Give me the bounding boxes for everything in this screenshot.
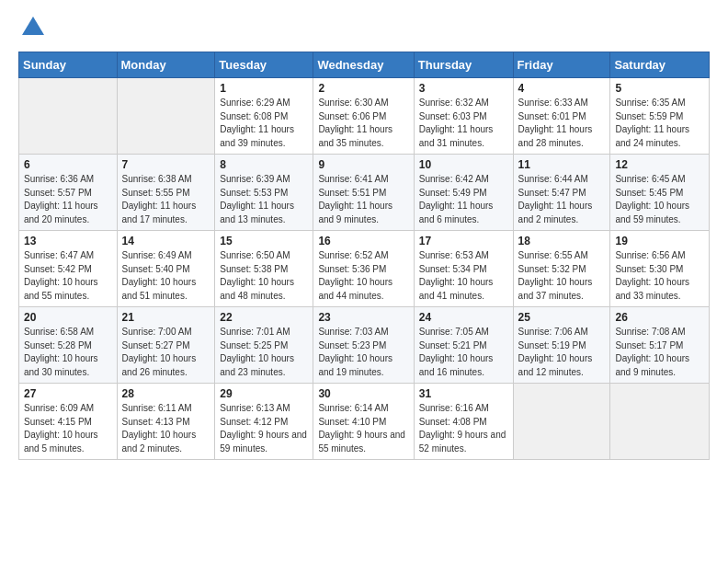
cell-info: Sunrise: 6:53 AMSunset: 5:34 PMDaylight:… <box>419 249 508 303</box>
day-number: 5 <box>615 82 704 95</box>
day-number: 24 <box>419 311 508 324</box>
cell-info: Sunrise: 7:00 AMSunset: 5:27 PMDaylight:… <box>122 326 210 379</box>
day-number: 27 <box>24 387 112 400</box>
calendar-cell: 31Sunrise: 6:16 AMSunset: 4:08 PMDayligh… <box>414 384 513 460</box>
calendar-cell: 27Sunrise: 6:09 AMSunset: 4:15 PMDayligh… <box>19 384 118 460</box>
day-number: 31 <box>419 387 508 400</box>
cell-info: Sunrise: 6:49 AMSunset: 5:40 PMDaylight:… <box>122 249 210 303</box>
day-number: 6 <box>24 158 112 171</box>
cell-info: Sunrise: 6:35 AMSunset: 5:59 PMDaylight:… <box>615 97 704 150</box>
calendar-header-row: SundayMondayTuesdayWednesdayThursdayFrid… <box>19 52 710 78</box>
day-number: 23 <box>318 311 408 324</box>
calendar-cell: 3Sunrise: 6:32 AMSunset: 6:03 PMDaylight… <box>414 78 513 155</box>
weekday-header-monday: Monday <box>117 52 215 78</box>
cell-info: Sunrise: 6:09 AMSunset: 4:15 PMDaylight:… <box>24 402 112 455</box>
calendar-table: SundayMondayTuesdayWednesdayThursdayFrid… <box>18 52 710 460</box>
calendar-week-row: 20Sunrise: 6:58 AMSunset: 5:28 PMDayligh… <box>19 307 710 384</box>
cell-info: Sunrise: 6:52 AMSunset: 5:36 PMDaylight:… <box>318 249 408 303</box>
cell-info: Sunrise: 6:14 AMSunset: 4:10 PMDaylight:… <box>318 402 408 455</box>
svg-marker-0 <box>22 17 44 35</box>
calendar-cell <box>117 78 215 155</box>
day-number: 22 <box>220 311 308 324</box>
calendar-cell: 6Sunrise: 6:36 AMSunset: 5:57 PMDaylight… <box>19 155 118 231</box>
calendar-cell: 2Sunrise: 6:30 AMSunset: 6:06 PMDaylight… <box>313 78 414 155</box>
calendar-cell: 11Sunrise: 6:44 AMSunset: 5:47 PMDayligh… <box>513 155 610 231</box>
cell-info: Sunrise: 6:45 AMSunset: 5:45 PMDaylight:… <box>615 173 704 226</box>
calendar-cell: 9Sunrise: 6:41 AMSunset: 5:51 PMDaylight… <box>313 155 414 231</box>
day-number: 16 <box>318 235 408 247</box>
cell-info: Sunrise: 7:03 AMSunset: 5:23 PMDaylight:… <box>318 326 408 379</box>
header <box>18 15 710 40</box>
cell-info: Sunrise: 6:32 AMSunset: 6:03 PMDaylight:… <box>419 97 508 150</box>
cell-info: Sunrise: 6:16 AMSunset: 4:08 PMDaylight:… <box>419 402 508 455</box>
day-number: 26 <box>615 311 704 324</box>
day-number: 10 <box>419 158 508 171</box>
calendar-cell <box>513 384 610 460</box>
calendar-cell: 28Sunrise: 6:11 AMSunset: 4:13 PMDayligh… <box>117 384 215 460</box>
calendar-cell <box>610 384 710 460</box>
weekday-header-friday: Friday <box>513 52 610 78</box>
day-number: 2 <box>318 82 408 95</box>
day-number: 19 <box>615 235 704 247</box>
calendar-cell: 7Sunrise: 6:38 AMSunset: 5:55 PMDaylight… <box>117 155 215 231</box>
calendar-cell: 19Sunrise: 6:56 AMSunset: 5:30 PMDayligh… <box>610 231 710 307</box>
calendar-week-row: 1Sunrise: 6:29 AMSunset: 6:08 PMDaylight… <box>19 78 710 155</box>
logo-icon <box>20 15 46 40</box>
calendar-cell: 8Sunrise: 6:39 AMSunset: 5:53 PMDaylight… <box>215 155 313 231</box>
weekday-header-thursday: Thursday <box>414 52 513 78</box>
calendar-cell: 22Sunrise: 7:01 AMSunset: 5:25 PMDayligh… <box>215 307 313 384</box>
cell-info: Sunrise: 6:33 AMSunset: 6:01 PMDaylight:… <box>518 97 606 150</box>
weekday-header-wednesday: Wednesday <box>313 52 414 78</box>
cell-info: Sunrise: 6:42 AMSunset: 5:49 PMDaylight:… <box>419 173 508 226</box>
calendar-cell: 17Sunrise: 6:53 AMSunset: 5:34 PMDayligh… <box>414 231 513 307</box>
day-number: 1 <box>220 82 308 95</box>
day-number: 20 <box>24 311 112 324</box>
day-number: 12 <box>615 158 704 171</box>
day-number: 17 <box>419 235 508 247</box>
cell-info: Sunrise: 6:39 AMSunset: 5:53 PMDaylight:… <box>220 173 308 226</box>
calendar-cell: 24Sunrise: 7:05 AMSunset: 5:21 PMDayligh… <box>414 307 513 384</box>
calendar-cell: 15Sunrise: 6:50 AMSunset: 5:38 PMDayligh… <box>215 231 313 307</box>
cell-info: Sunrise: 6:58 AMSunset: 5:28 PMDaylight:… <box>24 326 112 379</box>
cell-info: Sunrise: 6:38 AMSunset: 5:55 PMDaylight:… <box>122 173 210 226</box>
day-number: 25 <box>518 311 606 324</box>
calendar-cell: 23Sunrise: 7:03 AMSunset: 5:23 PMDayligh… <box>313 307 414 384</box>
calendar-week-row: 27Sunrise: 6:09 AMSunset: 4:15 PMDayligh… <box>19 384 710 460</box>
day-number: 11 <box>518 158 606 171</box>
weekday-header-tuesday: Tuesday <box>215 52 313 78</box>
day-number: 21 <box>122 311 210 324</box>
calendar-cell: 16Sunrise: 6:52 AMSunset: 5:36 PMDayligh… <box>313 231 414 307</box>
weekday-header-sunday: Sunday <box>19 52 118 78</box>
cell-info: Sunrise: 6:56 AMSunset: 5:30 PMDaylight:… <box>615 249 704 303</box>
cell-info: Sunrise: 7:06 AMSunset: 5:19 PMDaylight:… <box>518 326 606 379</box>
cell-info: Sunrise: 6:41 AMSunset: 5:51 PMDaylight:… <box>318 173 408 226</box>
calendar-cell: 18Sunrise: 6:55 AMSunset: 5:32 PMDayligh… <box>513 231 610 307</box>
day-number: 15 <box>220 235 308 247</box>
calendar-cell: 20Sunrise: 6:58 AMSunset: 5:28 PMDayligh… <box>19 307 118 384</box>
calendar-cell: 10Sunrise: 6:42 AMSunset: 5:49 PMDayligh… <box>414 155 513 231</box>
day-number: 3 <box>419 82 508 95</box>
cell-info: Sunrise: 6:50 AMSunset: 5:38 PMDaylight:… <box>220 249 308 303</box>
cell-info: Sunrise: 7:08 AMSunset: 5:17 PMDaylight:… <box>615 326 704 379</box>
cell-info: Sunrise: 6:47 AMSunset: 5:42 PMDaylight:… <box>24 249 112 303</box>
calendar-cell: 30Sunrise: 6:14 AMSunset: 4:10 PMDayligh… <box>313 384 414 460</box>
calendar-cell: 1Sunrise: 6:29 AMSunset: 6:08 PMDaylight… <box>215 78 313 155</box>
calendar-cell: 14Sunrise: 6:49 AMSunset: 5:40 PMDayligh… <box>117 231 215 307</box>
day-number: 4 <box>518 82 606 95</box>
day-number: 9 <box>318 158 408 171</box>
day-number: 14 <box>122 235 210 247</box>
calendar-cell: 25Sunrise: 7:06 AMSunset: 5:19 PMDayligh… <box>513 307 610 384</box>
calendar-cell: 26Sunrise: 7:08 AMSunset: 5:17 PMDayligh… <box>610 307 710 384</box>
calendar-cell: 12Sunrise: 6:45 AMSunset: 5:45 PMDayligh… <box>610 155 710 231</box>
calendar-cell: 13Sunrise: 6:47 AMSunset: 5:42 PMDayligh… <box>19 231 118 307</box>
calendar-cell <box>19 78 118 155</box>
day-number: 8 <box>220 158 308 171</box>
day-number: 13 <box>24 235 112 247</box>
calendar-cell: 4Sunrise: 6:33 AMSunset: 6:01 PMDaylight… <box>513 78 610 155</box>
cell-info: Sunrise: 7:05 AMSunset: 5:21 PMDaylight:… <box>419 326 508 379</box>
day-number: 28 <box>122 387 210 400</box>
cell-info: Sunrise: 6:30 AMSunset: 6:06 PMDaylight:… <box>318 97 408 150</box>
cell-info: Sunrise: 6:44 AMSunset: 5:47 PMDaylight:… <box>518 173 606 226</box>
calendar-week-row: 13Sunrise: 6:47 AMSunset: 5:42 PMDayligh… <box>19 231 710 307</box>
day-number: 30 <box>318 387 408 400</box>
